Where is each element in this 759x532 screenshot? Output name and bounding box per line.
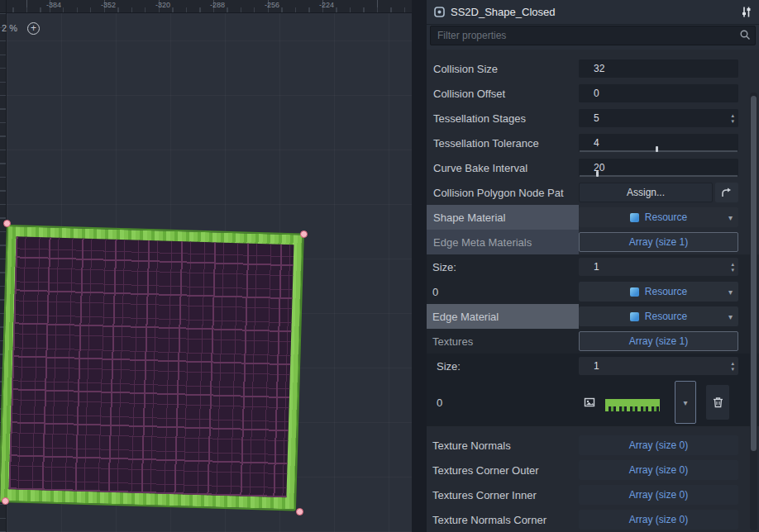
texture-normals-corner-array-button[interactable]: Array (size 0) — [579, 510, 738, 530]
array-size-input[interactable]: 1 ▴▾ — [579, 258, 738, 276]
property-label: Collision Polygon Node Pat — [433, 187, 564, 199]
spinner-updown-icon[interactable]: ▴▾ — [731, 261, 734, 273]
chevron-down-icon: ▾ — [728, 287, 733, 297]
canvas-viewport[interactable]: -384 -352 -320 -288 -256 -224 2 % + — [0, 0, 412, 532]
chevron-down-icon: ▾ — [728, 213, 733, 222]
shape-handle[interactable] — [3, 220, 11, 227]
property-row-tessellation-stages: Tessellation Stages 5 ▴▾ — [427, 106, 759, 131]
ruler-horizontal[interactable]: -384 -352 -320 -288 -256 -224 — [7, 0, 412, 13]
inspector-scrollbar[interactable] — [750, 93, 757, 530]
property-row-textures-corner-inner: Textures Corner Inner Array (size 0) — [427, 482, 759, 507]
edge-material-resource-button[interactable]: Resource ▾ — [579, 306, 738, 326]
ruler-label: -288 — [210, 1, 225, 9]
plus-icon[interactable]: + — [27, 22, 40, 35]
property-row-edge-meta-materials: Edge Meta Materials Array (size 1) — [427, 230, 759, 254]
property-row-shape-material: Shape Material Resource ▾ — [427, 205, 759, 230]
array-size-row: Size: 1 ▴▾ — [427, 254, 759, 279]
textures-corner-outer-array-button[interactable]: Array (size 0) — [579, 460, 738, 480]
array-index-label: 0 — [437, 397, 442, 409]
tessellation-stages-input[interactable]: 5 ▴▾ — [579, 109, 738, 127]
property-label: Shape Material — [433, 211, 505, 224]
zoom-level-label[interactable]: 2 % — [2, 23, 17, 33]
array-size-row: Size: 1 ▴▾ — [427, 354, 759, 378]
textures-corner-inner-array-button[interactable]: Array (size 0) — [579, 485, 738, 505]
property-row-edge-material: Edge Material Resource ▾ — [427, 304, 759, 329]
scrollbar-thumb[interactable] — [751, 96, 757, 451]
resource-label: Resource — [645, 311, 687, 322]
texture-preview[interactable] — [605, 399, 660, 406]
dock-splitter[interactable] — [412, 0, 427, 532]
array-size-label: Array (size 0) — [629, 489, 688, 501]
ruler-corner — [0, 0, 7, 13]
assign-node-path-button[interactable]: Assign... — [579, 183, 713, 202]
resource-icon — [630, 287, 639, 297]
property-row-textures-corner-outer: Textures Corner Outer Array (size 0) — [427, 458, 759, 482]
meta-material-resource-button[interactable]: Resource ▾ — [579, 282, 738, 302]
shape-handle[interactable] — [2, 497, 9, 505]
slider-grabber[interactable] — [656, 146, 658, 152]
array-size-input[interactable]: 1 ▴▾ — [579, 357, 738, 375]
delete-texture-button[interactable] — [706, 385, 729, 420]
property-label: Edge Meta Materials — [433, 236, 532, 249]
property-row-collision-size: Collision Size 32 — [427, 56, 759, 81]
property-label: Textures Corner Inner — [432, 489, 537, 501]
texture-normals-array-button[interactable]: Array (size 0) — [579, 435, 738, 455]
property-label: Tessellation Stages — [433, 112, 526, 125]
slider-track[interactable] — [580, 175, 738, 177]
resource-icon — [630, 312, 639, 321]
array-size-value: 1 — [594, 360, 599, 372]
shape-node[interactable] — [0, 225, 304, 511]
texture-item-row: 0 ▾ — [427, 378, 759, 426]
property-label: Textures Corner Outer — [432, 464, 539, 477]
collision-size-input[interactable]: 32 — [579, 59, 738, 78]
inspected-object-title: SS2D_Shape_Closed — [451, 6, 740, 18]
array-item-row: 0 Resource ▾ — [427, 279, 759, 304]
spinner-updown-icon[interactable]: ▴▾ — [731, 360, 734, 372]
collision-size-value: 32 — [594, 63, 604, 74]
spinner-updown-icon[interactable]: ▴▾ — [731, 112, 734, 124]
textures-subpanel: Size: 1 ▴▾ 0 — [427, 354, 759, 426]
collision-offset-input[interactable]: 0 — [579, 84, 738, 102]
resource-icon — [630, 213, 639, 222]
property-label: Size: — [432, 261, 456, 273]
chevron-down-icon: ▾ — [728, 312, 733, 321]
property-row-texture-normals: Texture Normals Array (size 0) — [427, 433, 759, 458]
texture-dropdown-button[interactable]: ▾ — [675, 381, 696, 424]
ruler-label: -224 — [319, 1, 334, 9]
shape-handle[interactable] — [296, 508, 303, 515]
property-list: Collision Size 32 Collision Offset 0 Tes… — [427, 50, 759, 532]
edge-meta-materials-array-button[interactable]: Array (size 1) — [579, 232, 738, 252]
tessellation-tolerance-value: 4 — [594, 137, 599, 149]
array-size-label: Array (size 0) — [629, 464, 688, 476]
ruler-label: -320 — [155, 1, 170, 9]
tune-sliders-icon[interactable] — [740, 6, 752, 18]
textures-array-button[interactable]: Array (size 1) — [579, 331, 738, 351]
tessellation-tolerance-input[interactable]: 4 — [579, 134, 738, 152]
resource-label: Resource — [645, 211, 687, 223]
tessellation-stages-value: 5 — [594, 112, 599, 124]
collision-offset-value: 0 — [594, 88, 599, 99]
node-path-icon — [721, 187, 733, 198]
array-index-label: 0 — [432, 286, 438, 298]
shape-material-resource-button[interactable]: Resource ▾ — [579, 207, 738, 227]
texture-file-icon — [584, 397, 595, 408]
property-row-collision-offset: Collision Offset 0 — [427, 81, 759, 106]
node-icon — [433, 6, 446, 18]
chevron-down-icon: ▾ — [683, 398, 687, 407]
property-label: Texture Normals — [432, 439, 511, 452]
resource-label: Resource — [645, 286, 687, 297]
property-label: Collision Offset — [433, 88, 505, 100]
slider-track[interactable] — [580, 150, 738, 152]
filter-bar — [427, 25, 759, 50]
property-row-texture-normals-corner: Texture Normals Corner Array (size 0) — [427, 507, 759, 532]
property-row-curve-bake-interval: Curve Bake Interval 20 — [427, 155, 759, 180]
curve-bake-interval-input[interactable]: 20 — [579, 159, 738, 177]
property-label: Edge Material — [432, 311, 499, 323]
property-row-collision-polygon-node-path: Collision Polygon Node Pat Assign... — [427, 180, 759, 205]
filter-properties-input[interactable] — [430, 26, 756, 45]
ruler-label: -352 — [101, 1, 116, 9]
slider-grabber[interactable] — [596, 171, 599, 177]
shape-handle[interactable] — [300, 230, 308, 238]
pick-node-button[interactable] — [715, 183, 738, 202]
curve-bake-interval-value: 20 — [594, 162, 604, 173]
